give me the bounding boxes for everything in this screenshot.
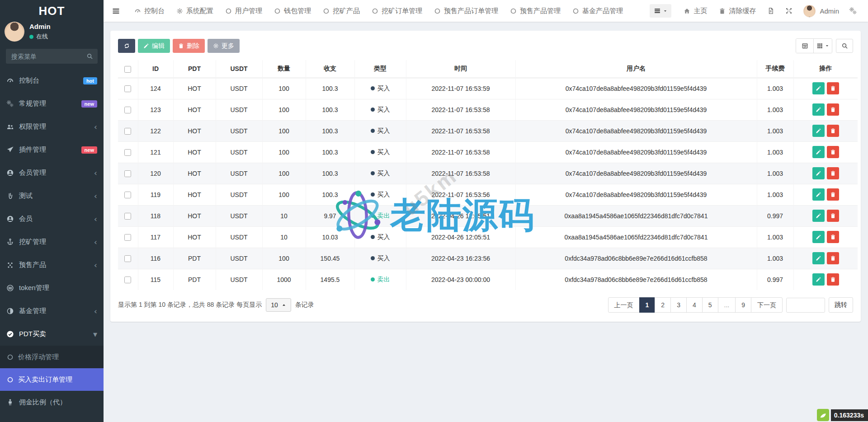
edit-row-button[interactable]: [812, 82, 825, 94]
sidebar-item[interactable]: 佣金比例（代）: [0, 391, 104, 414]
edit-row-button[interactable]: [812, 167, 825, 179]
navbar-link[interactable]: 预售产品管理: [504, 0, 566, 22]
cell-qty: 100: [262, 78, 306, 99]
cell-qty: 100: [262, 163, 306, 184]
jump-button[interactable]: 跳转: [829, 297, 853, 313]
row-checkbox[interactable]: [124, 149, 131, 156]
page-button[interactable]: 1: [639, 297, 656, 313]
sidebar-search-input[interactable]: [6, 49, 98, 64]
sidebar-subitem[interactable]: 买入卖出订单管理: [0, 368, 104, 391]
navbar-link[interactable]: 基金产品管理: [566, 0, 629, 22]
sidebar-item-label: 预售产品: [19, 261, 46, 269]
row-checkbox[interactable]: [124, 107, 131, 113]
navbar-menu-button[interactable]: [650, 4, 671, 18]
toggle-view-button[interactable]: [796, 39, 813, 53]
jump-page-input[interactable]: [786, 298, 825, 313]
navbar-link[interactable]: 钱包管理: [268, 0, 317, 22]
sidebar-item[interactable]: 权限管理‹: [0, 115, 104, 138]
circle-o-icon: [7, 354, 14, 361]
cell-usdt: USDT: [216, 205, 262, 226]
sidebar-item[interactable]: 预售产品‹: [0, 253, 104, 277]
row-checkbox[interactable]: [124, 255, 131, 262]
clear-cache-link[interactable]: 清除缓存: [713, 7, 762, 15]
page-button[interactable]: 3: [670, 297, 687, 313]
next-page-button[interactable]: 下一页: [751, 297, 783, 313]
type-label: 买入: [377, 148, 390, 155]
delete-row-button[interactable]: [827, 146, 839, 158]
page-button[interactable]: 2: [655, 297, 671, 313]
row-checkbox[interactable]: [124, 192, 131, 198]
edit-button[interactable]: 编辑: [138, 39, 170, 53]
edit-row-button[interactable]: [812, 125, 825, 137]
select-all-checkbox[interactable]: [124, 66, 131, 73]
table-row: 119HOTUSDT100100.3买入2022-11-07 16:53:560…: [118, 184, 858, 205]
sidebar-item[interactable]: 测试‹: [0, 184, 104, 207]
refresh-button[interactable]: [118, 39, 135, 53]
page-button[interactable]: 5: [702, 297, 718, 313]
delete-row-button[interactable]: [827, 252, 839, 264]
navbar-link[interactable]: 控制台: [128, 0, 170, 22]
cell-qty: 1000: [262, 269, 306, 290]
delete-row-button[interactable]: [827, 273, 839, 286]
chevron-left-icon: ‹: [94, 307, 97, 315]
navbar-link[interactable]: 系统配置: [170, 0, 219, 22]
navbar-link[interactable]: 挖矿订单管理: [366, 0, 428, 22]
edit-row-button[interactable]: [812, 273, 825, 286]
row-checkbox[interactable]: [124, 128, 131, 135]
table-search-button[interactable]: [836, 39, 853, 53]
row-checkbox[interactable]: [124, 170, 131, 177]
edit-row-button[interactable]: [812, 146, 825, 158]
navbar-link[interactable]: 用户管理: [219, 0, 268, 22]
delete-row-button[interactable]: [827, 125, 839, 137]
edit-row-button[interactable]: [812, 231, 825, 243]
edit-row-button[interactable]: [812, 103, 825, 116]
delete-row-button[interactable]: [827, 82, 839, 94]
columns-button[interactable]: [813, 39, 832, 53]
edit-row-button[interactable]: [812, 188, 825, 201]
sidebar-item[interactable]: 控制台hot: [0, 69, 104, 92]
cell-pdt: HOT: [173, 226, 216, 248]
sidebar-item[interactable]: 会员‹: [0, 207, 104, 230]
row-checkbox[interactable]: [124, 277, 131, 283]
sidebar-item[interactable]: 常规管理new: [0, 92, 104, 115]
row-checkbox[interactable]: [124, 234, 131, 241]
sidebar-subitem[interactable]: 价格浮动管理: [0, 346, 104, 368]
type-label: 买入: [377, 254, 390, 262]
sidebar-item[interactable]: 基金管理‹: [0, 300, 104, 323]
refresh-page-button[interactable]: [762, 7, 780, 14]
delete-row-button[interactable]: [827, 210, 839, 222]
sidebar-toggle-button[interactable]: [104, 7, 128, 15]
sidebar-item-label: 常规管理: [19, 99, 46, 108]
sidebar-item[interactable]: PDT买卖▾: [0, 323, 104, 346]
delete-row-button[interactable]: [827, 103, 839, 116]
sidebar-item-label: token管理: [19, 284, 49, 292]
settings-button[interactable]: [844, 7, 862, 15]
more-button[interactable]: 更多: [208, 39, 240, 53]
fullscreen-button[interactable]: [780, 7, 798, 14]
navbar-user-menu[interactable]: Admin: [798, 5, 844, 17]
navbar-link[interactable]: 预售产品订单管理: [428, 0, 504, 22]
home-link[interactable]: 主页: [678, 7, 713, 15]
delete-button[interactable]: 删除: [173, 39, 205, 53]
row-checkbox[interactable]: [124, 85, 131, 92]
navbar-link-label: 钱包管理: [284, 7, 311, 15]
cell-select: [118, 120, 138, 141]
row-checkbox[interactable]: [124, 213, 131, 220]
navbar-link[interactable]: 挖矿产品: [317, 0, 366, 22]
online-dot-icon: [29, 35, 33, 39]
edit-row-button[interactable]: [812, 252, 825, 264]
sidebar-item[interactable]: 会员管理‹: [0, 161, 104, 184]
type-label: 买入: [377, 84, 390, 92]
cell-id: 122: [138, 120, 173, 141]
sidebar-item[interactable]: token管理: [0, 277, 104, 300]
page-button[interactable]: 9: [735, 297, 751, 313]
delete-row-button[interactable]: [827, 231, 839, 243]
delete-row-button[interactable]: [827, 167, 839, 179]
edit-row-button[interactable]: [812, 210, 825, 222]
page-size-select[interactable]: 10: [266, 298, 291, 312]
sidebar-item[interactable]: 挖矿管理‹: [0, 230, 104, 253]
sidebar-item[interactable]: 插件管理new: [0, 138, 104, 161]
delete-row-button[interactable]: [827, 188, 839, 201]
page-button[interactable]: 4: [686, 297, 703, 313]
prev-page-button[interactable]: 上一页: [608, 297, 640, 313]
